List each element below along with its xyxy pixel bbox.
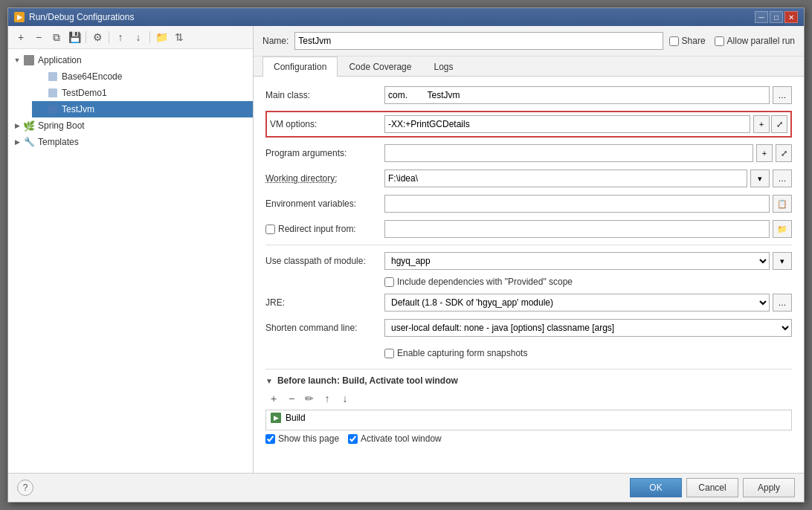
copy-config-button[interactable]: ⧉ — [48, 29, 65, 45]
shorten-cmd-label: Shorten command line: — [265, 323, 384, 333]
testdemo1-config-icon — [47, 87, 59, 99]
before-launch-header: ▼ Before launch: Build, Activate tool wi… — [265, 375, 792, 386]
close-button[interactable]: ✕ — [784, 11, 798, 23]
allow-parallel-checkbox-label[interactable]: Allow parallel run — [715, 36, 795, 46]
before-launch-down-btn[interactable]: ↓ — [337, 390, 353, 407]
jre-label: JRE: — [265, 297, 384, 308]
build-list-item[interactable]: ▶ Build — [266, 410, 791, 425]
dialog-footer: ? OK Cancel Apply — [8, 473, 804, 502]
vm-options-row: VM options: + ⤢ — [265, 111, 792, 138]
sort-button[interactable]: ⇅ — [171, 29, 187, 45]
divider-1 — [265, 245, 792, 245]
classpath-label: Use classpath of module: — [265, 256, 384, 266]
add-config-button[interactable]: + — [13, 29, 29, 45]
main-class-label: Main class: — [265, 90, 384, 100]
springboot-label: Spring Boot — [38, 120, 85, 131]
settings-button[interactable]: ⚙ — [89, 29, 106, 45]
redirect-label: Redirect input from: — [278, 224, 356, 234]
redirect-checkbox[interactable] — [265, 225, 275, 234]
include-deps-label[interactable]: Include dependencies with "Provided" sco… — [384, 277, 573, 287]
title-bar: ▶ Run/Debug Configurations ─ □ ✕ — [8, 8, 804, 26]
window-controls: ─ □ ✕ — [755, 11, 798, 23]
include-deps-text: Include dependencies with "Provided" sco… — [397, 277, 573, 287]
expand-base64-icon — [35, 71, 47, 83]
app-icon: ▶ — [14, 12, 25, 22]
tree-testdemo1[interactable]: TestDemo1 — [32, 85, 253, 101]
before-launch-collapse-icon[interactable]: ▼ — [265, 377, 273, 385]
move-down-button[interactable]: ↓ — [130, 29, 146, 45]
main-class-input[interactable] — [384, 86, 770, 104]
run-debug-dialog: ▶ Run/Debug Configurations ─ □ ✕ + − ⧉ 💾… — [7, 7, 805, 503]
tab-code-coverage[interactable]: Code Coverage — [338, 57, 422, 77]
env-vars-row: Environment variables: 📋 — [265, 194, 792, 213]
jre-browse-btn[interactable]: … — [773, 294, 792, 312]
classpath-select[interactable]: hgyq_app — [384, 252, 770, 270]
vm-expand-btn[interactable]: + — [753, 115, 770, 133]
show-page-text: Show this page — [278, 433, 339, 444]
share-checkbox[interactable] — [669, 36, 679, 46]
before-launch-add-btn[interactable]: + — [265, 390, 282, 407]
templates-label: Templates — [38, 137, 79, 147]
shorten-cmd-row: Shorten command line: user-local default… — [265, 318, 792, 338]
env-vars-edit-btn[interactable]: 📋 — [773, 195, 792, 213]
activate-tool-checkbox[interactable] — [348, 434, 358, 444]
minimize-button[interactable]: ─ — [755, 11, 768, 23]
tree-base64encode[interactable]: Base64Encode — [32, 68, 253, 85]
main-class-row: Main class: … — [265, 85, 792, 105]
name-field-label: Name: — [262, 36, 289, 46]
before-launch-toolbar: + − ✏ ↑ ↓ — [265, 390, 792, 407]
program-args-fullscreen-btn[interactable]: ⤢ — [776, 144, 792, 162]
allow-parallel-checkbox[interactable] — [715, 36, 724, 46]
shorten-cmd-select[interactable]: user-local default: none - java [options… — [384, 319, 792, 337]
before-launch-edit-btn[interactable]: ✏ — [301, 390, 318, 407]
enable-snapshots-checkbox[interactable] — [384, 349, 394, 358]
redirect-browse-btn[interactable]: 📁 — [773, 220, 792, 238]
vm-options-input[interactable] — [384, 115, 750, 133]
program-args-expand-btn[interactable]: + — [756, 144, 773, 162]
tab-logs[interactable]: Logs — [422, 57, 464, 77]
program-args-input[interactable] — [384, 144, 753, 162]
vm-fullscreen-btn[interactable]: ⤢ — [771, 115, 787, 133]
env-vars-label: Environment variables: — [265, 198, 384, 209]
right-panel: Name: Share Allow parallel run Configura… — [254, 26, 804, 473]
jre-select[interactable]: Default (1.8 - SDK of 'hgyq_app' module) — [384, 294, 770, 312]
tab-bar: Configuration Code Coverage Logs — [254, 57, 804, 77]
redirect-input[interactable] — [384, 220, 770, 238]
tree-templates[interactable]: ▶ 🔧 Templates — [8, 134, 253, 150]
redirect-checkbox-label[interactable]: Redirect input from: — [265, 224, 384, 234]
classpath-dropdown-btn[interactable]: ▾ — [773, 252, 792, 270]
tree-application[interactable]: ▼ Application — [8, 52, 253, 68]
jre-row: JRE: Default (1.8 - SDK of 'hgyq_app' mo… — [265, 293, 792, 312]
program-args-label: Program arguments: — [265, 148, 384, 158]
include-deps-checkbox[interactable] — [384, 277, 394, 287]
tree-testjvm[interactable]: TestJvm — [32, 101, 253, 117]
remove-config-button[interactable]: − — [30, 29, 47, 45]
ok-button[interactable]: OK — [630, 478, 682, 497]
toolbar-sep-1 — [86, 31, 86, 43]
apply-button[interactable]: Apply — [743, 478, 795, 497]
tab-configuration[interactable]: Configuration — [262, 57, 338, 77]
divider-2 — [265, 369, 792, 369]
config-toolbar: + − ⧉ 💾 ⚙ ↑ ↓ 📁 ⇅ — [8, 26, 253, 49]
main-class-browse-button[interactable]: … — [773, 86, 792, 104]
maximize-button[interactable]: □ — [770, 11, 783, 23]
save-config-button[interactable]: 💾 — [66, 29, 83, 45]
show-page-checkbox[interactable] — [265, 434, 275, 444]
help-button[interactable]: ? — [17, 480, 33, 496]
cancel-button[interactable]: Cancel — [686, 478, 738, 497]
move-up-button[interactable]: ↑ — [112, 29, 129, 45]
before-launch-remove-btn[interactable]: − — [283, 390, 300, 407]
env-vars-input[interactable] — [384, 195, 770, 213]
tree-springboot[interactable]: ▶ 🌿 Spring Boot — [8, 117, 253, 134]
working-dir-input[interactable] — [384, 170, 747, 187]
working-dir-browse-btn[interactable]: … — [773, 170, 792, 187]
move-to-folder-button[interactable]: 📁 — [153, 29, 170, 45]
base64encode-label: Base64Encode — [62, 71, 122, 82]
enable-snapshots-label[interactable]: Enable capturing form snapshots — [384, 348, 527, 358]
working-dir-dropdown-btn[interactable]: ▾ — [750, 170, 770, 187]
share-checkbox-label[interactable]: Share — [669, 36, 706, 46]
classpath-row: Use classpath of module: hgyq_app ▾ — [265, 251, 792, 271]
before-launch-up-btn[interactable]: ↑ — [319, 390, 335, 407]
name-input[interactable] — [294, 32, 663, 50]
dialog-title: Run/Debug Configurations — [29, 12, 134, 22]
